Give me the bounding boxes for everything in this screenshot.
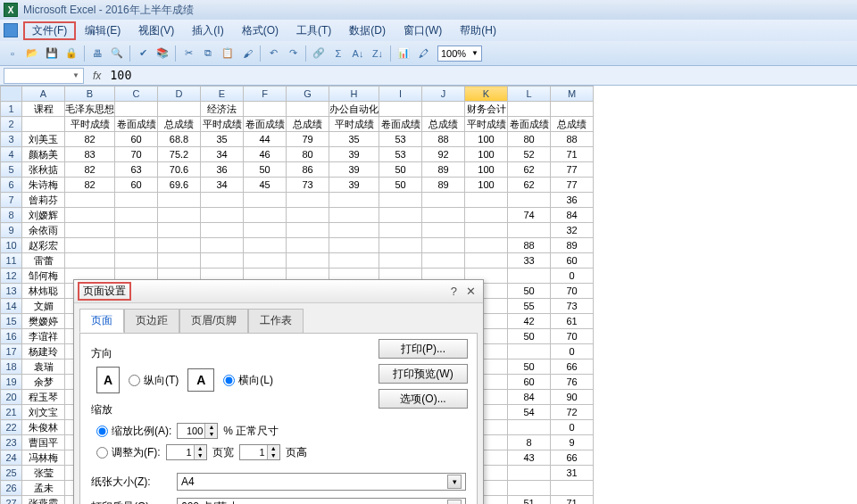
col-header-F[interactable]: F xyxy=(244,87,287,102)
cell[interactable]: 54 xyxy=(508,405,551,420)
cell[interactable]: 68.8 xyxy=(158,132,201,147)
fit-height-spinner[interactable]: ▲▼ xyxy=(239,444,280,460)
cell[interactable] xyxy=(422,238,465,253)
cell[interactable] xyxy=(465,193,508,208)
col-header-J[interactable]: J xyxy=(422,87,465,102)
cell[interactable] xyxy=(379,223,422,238)
cell[interactable] xyxy=(422,223,465,238)
menu-帮助h[interactable]: 帮助(H) xyxy=(451,21,505,40)
menu-插入i[interactable]: 插入(I) xyxy=(183,21,232,40)
col-header-I[interactable]: I xyxy=(379,87,422,102)
undo-icon[interactable]: ↶ xyxy=(264,45,282,62)
copy-icon[interactable]: ⧉ xyxy=(199,45,217,62)
print-preview-icon[interactable]: 🔍 xyxy=(108,45,126,62)
cell[interactable]: 50 xyxy=(508,329,551,344)
cell[interactable]: 45 xyxy=(244,178,287,193)
cell[interactable] xyxy=(329,208,379,223)
fit-to-radio[interactable]: 调整为(F): xyxy=(96,445,161,460)
row-header[interactable]: 9 xyxy=(1,223,22,238)
cell[interactable]: 31 xyxy=(551,466,594,481)
cell[interactable]: 50 xyxy=(244,162,287,178)
row-header[interactable]: 6 xyxy=(1,178,22,193)
cell[interactable]: 70.6 xyxy=(158,162,201,178)
col-header-G[interactable]: G xyxy=(287,87,329,102)
cell[interactable]: 曾莉芬 xyxy=(22,193,65,208)
cell[interactable] xyxy=(22,117,65,132)
cell[interactable] xyxy=(551,102,594,117)
cell[interactable]: 69.6 xyxy=(158,178,201,193)
cell[interactable]: 34 xyxy=(201,147,244,162)
cell[interactable]: 平时成绩 xyxy=(65,117,115,132)
cell[interactable]: 0 xyxy=(551,344,594,359)
cell[interactable]: 刘文宝 xyxy=(22,405,65,420)
cell[interactable] xyxy=(244,208,287,223)
cell[interactable]: 总成绩 xyxy=(158,117,201,132)
cell[interactable]: 66 xyxy=(551,359,594,375)
col-header-C[interactable]: C xyxy=(115,87,158,102)
cell[interactable] xyxy=(244,102,287,117)
cell[interactable]: 88 xyxy=(551,132,594,147)
cell[interactable]: 0 xyxy=(551,269,594,284)
cell[interactable]: 84 xyxy=(551,208,594,223)
cell[interactable]: 50 xyxy=(508,359,551,375)
cell[interactable]: 70 xyxy=(551,284,594,299)
help-icon[interactable]: ? xyxy=(451,285,457,298)
cell[interactable]: 100 xyxy=(465,162,508,178)
cell[interactable]: 张秋掂 xyxy=(22,162,65,178)
cell[interactable]: 余梦 xyxy=(22,375,65,390)
formula-input[interactable] xyxy=(106,68,857,84)
cell[interactable] xyxy=(379,238,422,253)
cell[interactable] xyxy=(65,253,115,269)
cell[interactable]: 43 xyxy=(508,450,551,466)
cell[interactable] xyxy=(422,253,465,269)
cell[interactable] xyxy=(508,466,551,481)
cell[interactable]: 0 xyxy=(551,420,594,435)
permission-icon[interactable]: 🔒 xyxy=(62,45,80,62)
cell[interactable]: 经济法 xyxy=(201,102,244,117)
col-header-M[interactable]: M xyxy=(551,87,594,102)
close-icon[interactable]: ✕ xyxy=(466,285,476,298)
cell[interactable]: 孟未 xyxy=(22,481,65,496)
cell[interactable]: 88 xyxy=(508,238,551,253)
row-header[interactable]: 19 xyxy=(1,375,22,390)
row-header[interactable]: 26 xyxy=(1,481,22,496)
print-quality-select[interactable]: 600 点/英寸 ▾ xyxy=(177,498,466,504)
row-header[interactable]: 24 xyxy=(1,450,22,466)
cell[interactable]: 46 xyxy=(244,147,287,162)
tab-1[interactable]: 页边距 xyxy=(124,309,179,333)
cell[interactable]: 75.2 xyxy=(158,147,201,162)
menu-窗口w[interactable]: 窗口(W) xyxy=(395,21,451,40)
options-button[interactable]: 选项(O)... xyxy=(379,389,468,409)
cell[interactable]: 60 xyxy=(508,375,551,390)
format-painter-icon[interactable]: 🖌 xyxy=(238,45,256,62)
cell[interactable]: 62 xyxy=(508,162,551,178)
cell[interactable]: 39 xyxy=(329,178,379,193)
cell[interactable]: 39 xyxy=(329,162,379,178)
row-header[interactable]: 25 xyxy=(1,466,22,481)
cell[interactable]: 卷面成绩 xyxy=(379,117,422,132)
row-header[interactable]: 23 xyxy=(1,435,22,450)
cell[interactable] xyxy=(465,253,508,269)
row-header[interactable]: 15 xyxy=(1,314,22,329)
cell[interactable] xyxy=(201,193,244,208)
cell[interactable]: 35 xyxy=(201,132,244,147)
cell[interactable]: 颜杨美 xyxy=(22,147,65,162)
row-header[interactable]: 13 xyxy=(1,284,22,299)
cell[interactable]: 余依雨 xyxy=(22,223,65,238)
cell[interactable]: 73 xyxy=(287,178,329,193)
row-header[interactable]: 27 xyxy=(1,496,22,505)
cell[interactable]: 8 xyxy=(508,435,551,450)
cell[interactable] xyxy=(329,223,379,238)
cell[interactable]: 平时成绩 xyxy=(465,117,508,132)
cell[interactable] xyxy=(465,238,508,253)
cell[interactable]: 73 xyxy=(551,299,594,314)
cell[interactable]: 刘嫒辉 xyxy=(22,208,65,223)
row-header[interactable]: 10 xyxy=(1,238,22,253)
cell[interactable]: 53 xyxy=(379,147,422,162)
redo-icon[interactable]: ↷ xyxy=(284,45,302,62)
cell[interactable] xyxy=(508,481,551,496)
cell[interactable]: 100 xyxy=(465,147,508,162)
cell[interactable]: 36 xyxy=(201,162,244,178)
spelling-icon[interactable]: ✔ xyxy=(134,45,152,62)
cell[interactable]: 朱俊林 xyxy=(22,420,65,435)
